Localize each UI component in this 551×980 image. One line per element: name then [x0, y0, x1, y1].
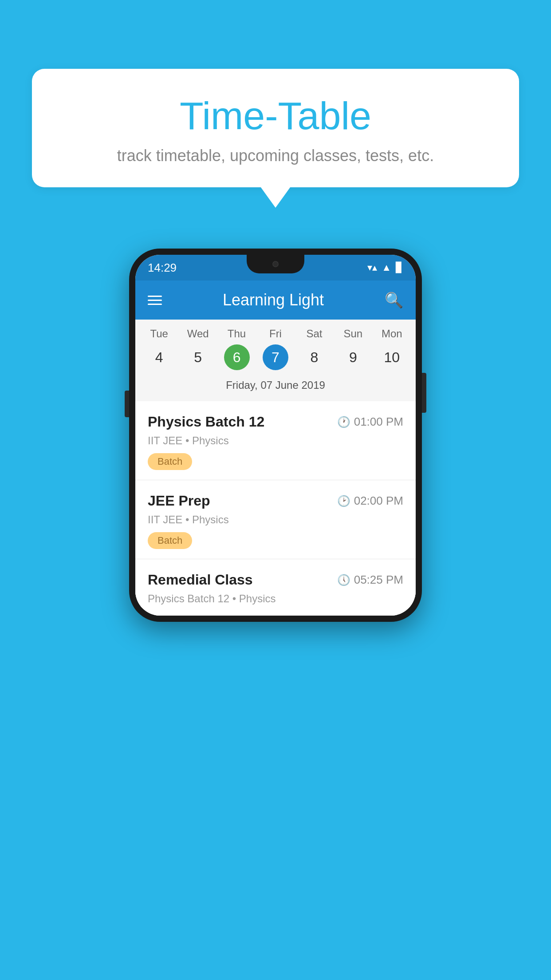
schedule-list: Physics Batch 12 🕐 01:00 PM IIT JEE • Ph… — [135, 401, 416, 616]
batch-badge-2: Batch — [148, 532, 192, 549]
schedule-item-header-1: Physics Batch 12 🕐 01:00 PM — [148, 414, 403, 430]
status-bar: 14:29 ▾▴ ▲ ▊ — [135, 255, 416, 281]
clock-icon-1: 🕐 — [337, 416, 350, 428]
schedule-item-header-2: JEE Prep 🕑 02:00 PM — [148, 493, 403, 509]
bubble-subtitle: track timetable, upcoming classes, tests… — [59, 146, 492, 165]
camera-dot — [272, 261, 279, 267]
day-label-sun: Sun — [343, 328, 362, 340]
day-label-thu: Thu — [228, 328, 246, 340]
schedule-subtitle-2: IIT JEE • Physics — [148, 514, 403, 526]
schedule-item-3[interactable]: Remedial Class 🕔 05:25 PM Physics Batch … — [135, 559, 416, 616]
schedule-time-value-1: 01:00 PM — [354, 415, 403, 429]
day-label-sat: Sat — [306, 328, 322, 340]
schedule-title-2: JEE Prep — [148, 493, 210, 509]
schedule-item-2[interactable]: JEE Prep 🕑 02:00 PM IIT JEE • Physics Ba… — [135, 480, 416, 559]
selected-date-label: Friday, 07 June 2019 — [140, 375, 411, 398]
day-label-mon: Mon — [382, 328, 402, 340]
phone-mockup: 14:29 ▾▴ ▲ ▊ Learning Light 🔍 — [129, 249, 422, 622]
day-number-sun: 9 — [340, 344, 366, 370]
search-icon[interactable]: 🔍 — [385, 291, 403, 309]
schedule-item-1[interactable]: Physics Batch 12 🕐 01:00 PM IIT JEE • Ph… — [135, 401, 416, 480]
schedule-subtitle-3: Physics Batch 12 • Physics — [148, 593, 403, 605]
day-label-fri: Fri — [269, 328, 282, 340]
menu-icon[interactable] — [148, 296, 162, 305]
notch — [247, 255, 304, 273]
day-number-tue: 4 — [146, 344, 172, 370]
days-row: Tue 4 Wed 5 Thu 6 Fri 7 — [140, 328, 411, 370]
day-col-fri[interactable]: Fri 7 — [258, 328, 293, 370]
calendar-strip: Tue 4 Wed 5 Thu 6 Fri 7 — [135, 320, 416, 401]
schedule-item-header-3: Remedial Class 🕔 05:25 PM — [148, 572, 403, 588]
day-label-tue: Tue — [150, 328, 168, 340]
day-number-mon: 10 — [379, 344, 405, 370]
day-col-thu[interactable]: Thu 6 — [219, 328, 255, 370]
schedule-subtitle-1: IIT JEE • Physics — [148, 435, 403, 447]
day-number-sat: 8 — [301, 344, 327, 370]
schedule-title-3: Remedial Class — [148, 572, 253, 588]
day-label-wed: Wed — [187, 328, 209, 340]
status-time: 14:29 — [148, 261, 177, 275]
phone-outer: 14:29 ▾▴ ▲ ▊ Learning Light 🔍 — [129, 249, 422, 622]
status-icons: ▾▴ ▲ ▊ — [367, 262, 403, 273]
signal-icon: ▲ — [382, 262, 391, 273]
battery-icon: ▊ — [396, 262, 403, 273]
day-col-sun[interactable]: Sun 9 — [335, 328, 371, 370]
day-number-thu: 6 — [224, 344, 250, 370]
app-bar: Learning Light 🔍 — [135, 281, 416, 320]
batch-badge-1: Batch — [148, 453, 192, 470]
day-col-sat[interactable]: Sat 8 — [296, 328, 332, 370]
app-bar-title: Learning Light — [223, 291, 324, 309]
schedule-title-1: Physics Batch 12 — [148, 414, 264, 430]
schedule-time-value-3: 05:25 PM — [354, 573, 403, 587]
clock-icon-2: 🕑 — [337, 495, 350, 507]
schedule-time-3: 🕔 05:25 PM — [337, 573, 403, 587]
day-col-mon[interactable]: Mon 10 — [374, 328, 409, 370]
day-number-wed: 5 — [185, 344, 211, 370]
schedule-time-value-2: 02:00 PM — [354, 494, 403, 508]
day-col-tue[interactable]: Tue 4 — [142, 328, 177, 370]
schedule-time-1: 🕐 01:00 PM — [337, 415, 403, 429]
clock-icon-3: 🕔 — [337, 574, 350, 586]
day-number-fri: 7 — [263, 344, 288, 370]
speech-bubble: Time-Table track timetable, upcoming cla… — [32, 69, 519, 187]
schedule-time-2: 🕑 02:00 PM — [337, 494, 403, 508]
wifi-icon: ▾▴ — [367, 262, 377, 273]
day-col-wed[interactable]: Wed 5 — [180, 328, 216, 370]
phone-screen: 14:29 ▾▴ ▲ ▊ Learning Light 🔍 — [135, 255, 416, 616]
bubble-title: Time-Table — [59, 93, 492, 138]
